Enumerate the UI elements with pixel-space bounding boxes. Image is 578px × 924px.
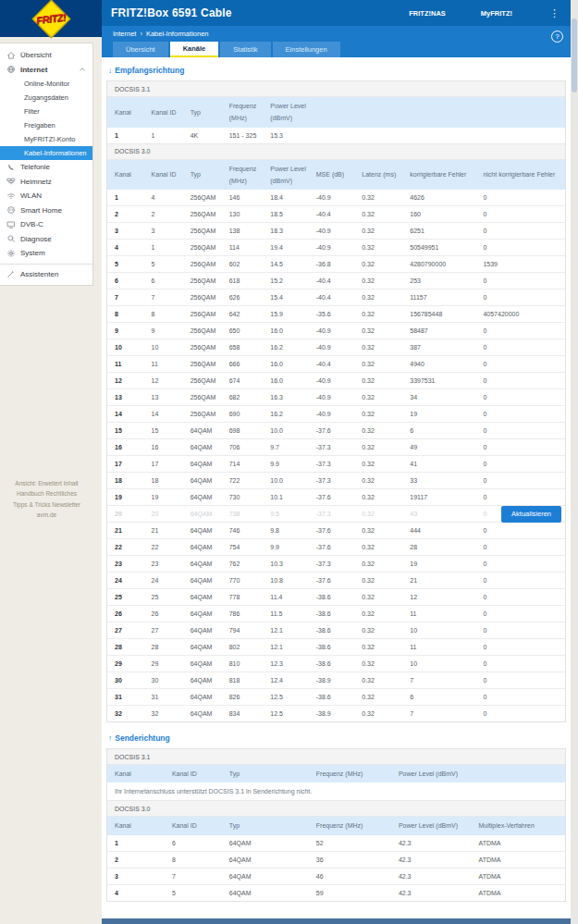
sidebar-item-assistenten[interactable]: Assistenten [0, 267, 92, 282]
table-cell: -37.3 [309, 456, 355, 473]
sidebar-item-smart-home[interactable]: Smart Home [0, 203, 92, 218]
table-cell: 1 [107, 128, 144, 143]
table-cell: -37.6 [309, 423, 355, 439]
table-cell: 58487 [402, 323, 475, 339]
sidebar-item-myfritz-konto[interactable]: MyFRITZ!-Konto [0, 132, 92, 146]
tab-einstellungen[interactable]: Einstellungen [273, 42, 340, 57]
table-cell: 0.32 [354, 290, 402, 306]
table-cell: 0.32 [354, 206, 402, 223]
table-cell: 50549951 [402, 240, 475, 256]
sidebar-item-heimnetz[interactable]: Heimnetz [0, 175, 92, 190]
sidebar-item-diagnose[interactable]: Diagnose [0, 232, 92, 247]
table-cell: 0.32 [354, 439, 402, 456]
sidebar-item-bersicht[interactable]: Übersicht [0, 48, 92, 63]
table-cell: 160 [402, 206, 475, 223]
column-header: Kanal ID [144, 160, 183, 191]
table-row: 232364QAM76210.3-37.30.32190 [107, 556, 565, 573]
tab-statistik[interactable]: Statistik [220, 42, 270, 57]
table-cell: 46 [309, 868, 391, 884]
sidebar-item-system[interactable]: System [0, 246, 92, 261]
scrollbar-thumb[interactable] [572, 18, 577, 92]
table-cell: 18 [107, 473, 144, 489]
scrollbar[interactable] [571, 0, 578, 924]
fritz-logo[interactable]: FRITZ! [0, 0, 102, 37]
table-cell: -37.6 [309, 573, 355, 589]
table-cell: -38.9 [309, 672, 355, 689]
column-header: Power Level (dBmV) [391, 765, 565, 782]
footer-link-ansicht-erweitert[interactable]: Ansicht: Erweitert [15, 480, 62, 487]
sidebar-item-dvb-c[interactable]: DVB-C [0, 217, 92, 232]
table-cell: 16.2 [263, 406, 309, 423]
footer-link-avm-de[interactable]: avm.de [37, 511, 56, 518]
table-cell: 2 [144, 206, 183, 223]
table-cell: 1 [107, 835, 165, 852]
table-cell: 7 [165, 868, 222, 884]
diagnose-icon [6, 234, 16, 243]
help-icon[interactable]: ? [551, 31, 563, 43]
table-cell: 8 [107, 306, 144, 323]
table-cell: 64QAM [183, 439, 222, 456]
fritznas-link[interactable]: FRITZ!NAS [409, 9, 446, 18]
table-cell: 6 [402, 423, 475, 439]
table-cell: 0.32 [354, 489, 402, 506]
table-cell: 4057420000 [475, 306, 565, 323]
table-cell: 16.2 [263, 339, 309, 356]
myfritz-link[interactable]: MyFRITZ! [481, 9, 512, 18]
table-cell: 64QAM [183, 639, 222, 656]
table-cell: 706 [222, 439, 264, 456]
table-cell: -40.9 [309, 339, 355, 356]
sidebar-item-freigaben[interactable]: Freigaben [0, 118, 92, 132]
table-cell: 10.0 [263, 473, 309, 489]
table-cell: 156785448 [402, 306, 475, 323]
table-cell: 64QAM [183, 506, 222, 523]
table-cell: 19 [402, 556, 475, 573]
sidebar-item-wlan[interactable]: WLAN [0, 189, 92, 203]
table-cell: -40.9 [309, 240, 355, 256]
table-cell: 746 [222, 523, 264, 539]
breadcrumb-internet[interactable]: Internet [113, 30, 136, 38]
table-cell: 722 [222, 473, 264, 489]
table-cell: 834 [222, 706, 264, 722]
footer-link-newsletter[interactable]: Newsletter [52, 501, 80, 508]
tab-bersicht[interactable]: Übersicht [113, 42, 168, 57]
column-header: nicht korrigierbare Fehler [475, 160, 565, 191]
table-cell: 17 [144, 456, 183, 473]
sidebar-item-telefonie[interactable]: Telefonie [0, 160, 92, 175]
table-cell: 6251 [402, 223, 475, 240]
sidebar-item-zugangsdaten[interactable]: Zugangsdaten [0, 91, 92, 105]
table-cell: 0 [475, 406, 565, 423]
empfang-panel: DOCSIS 3.1 KanalKanal IDTypFrequenz (MHz… [106, 80, 566, 722]
table-cell: 18.3 [263, 223, 309, 240]
table-cell: 802 [222, 639, 264, 656]
kebab-menu-icon[interactable]: ⋮ [547, 8, 561, 18]
table-cell: 8 [144, 306, 183, 323]
footer-link-tipps-tricks[interactable]: Tipps & Tricks [13, 501, 51, 508]
tab-kan-le[interactable]: Kanäle [170, 42, 219, 57]
table-cell: 42.3 [391, 868, 472, 884]
table-cell: 151 - 325 [222, 128, 264, 143]
sidebar-item-filter[interactable]: Filter [0, 105, 92, 118]
table-cell: 19 [107, 489, 144, 506]
sidebar-item-online-monitor[interactable]: Online-Monitor [0, 77, 92, 91]
table-cell: 0 [475, 323, 565, 339]
aktualisieren-button[interactable]: Aktualisieren [501, 506, 561, 523]
table-row: 33256QAM13818.3-40.90.3262510 [107, 223, 565, 240]
sidebar-menu: ÜbersichtInternetOnline-MonitorZugangsda… [0, 43, 93, 286]
table-cell: 0.32 [354, 556, 402, 573]
table-cell: 256QAM [183, 206, 222, 223]
column-header: Frequenz (MHz) [309, 817, 391, 834]
table-cell: -37.3 [309, 439, 355, 456]
table-cell: 9 [144, 323, 183, 339]
sidebar-item-internet[interactable]: Internet [0, 63, 92, 78]
table-cell: -35.6 [309, 306, 355, 323]
table-cell: 0 [475, 706, 565, 722]
footer-link-rechtliches[interactable]: Rechtliches [45, 490, 77, 497]
table-cell: 10.8 [263, 573, 309, 589]
table-cell: 25 [107, 589, 144, 606]
footer-link-inhalt[interactable]: Inhalt [64, 480, 79, 487]
table-cell: 7 [107, 290, 144, 306]
table-cell: 0.32 [354, 339, 402, 356]
table-row: 55256QAM60214.5-36.80.3242807900001539 [107, 256, 565, 273]
footer-link-handbuch[interactable]: Handbuch [17, 490, 44, 497]
sidebar-item-kabel-informationen[interactable]: Kabel-Informationen [0, 146, 92, 160]
